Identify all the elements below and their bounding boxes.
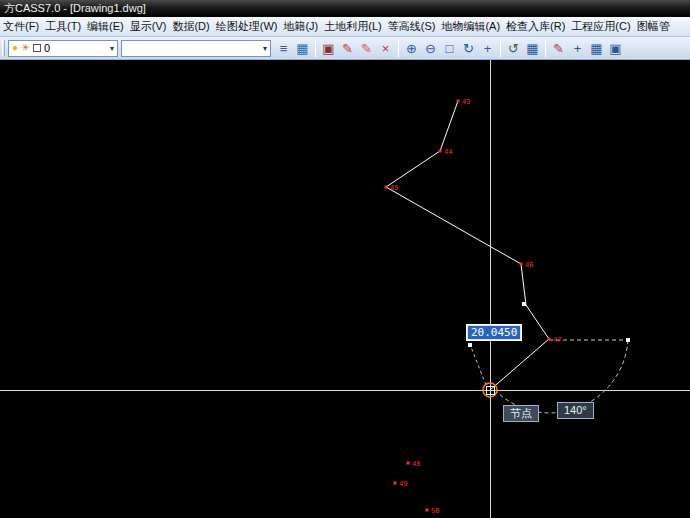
menu-item-7[interactable]: 地籍(J) [280, 17, 321, 37]
menu-item-12[interactable]: 工程应用(C) [568, 17, 633, 37]
dynamic-input-angle: 140° [557, 402, 594, 419]
point-label: 46 [525, 261, 533, 269]
toolbar-grip[interactable] [2, 40, 5, 56]
toolbar-separator [315, 40, 316, 57]
regen-icon[interactable]: ↺ [504, 39, 523, 58]
dynamic-input-distance[interactable]: 20.0450 [466, 324, 522, 341]
layer-combo-arrow-icon[interactable]: ▾ [110, 44, 114, 53]
survey-point[interactable] [426, 509, 429, 512]
measure-icon[interactable]: ▣ [606, 39, 625, 58]
coordinate-grid-icon[interactable]: ≡ [274, 39, 293, 58]
toolbar-separator [500, 40, 501, 57]
point-label: 43 [462, 98, 470, 106]
menu-item-4[interactable]: 显示(V) [127, 17, 170, 37]
layer-color-swatch [33, 44, 41, 52]
style-combo-arrow-icon[interactable]: ▾ [263, 44, 267, 53]
line-draw-icon[interactable]: ✎ [357, 39, 376, 58]
pan-icon[interactable]: + [478, 39, 497, 58]
edit-pencil-icon[interactable]: ✎ [549, 39, 568, 58]
grid-sheet-icon[interactable]: ▦ [587, 39, 606, 58]
zoom-window-icon[interactable]: □ [440, 39, 459, 58]
survey-point[interactable] [394, 482, 397, 485]
menu-item-11[interactable]: 检查入库(R) [503, 17, 568, 37]
point-label: 44 [444, 148, 452, 156]
cad-viewport[interactable]: 4344454647484950 [0, 60, 690, 518]
distance-leader-line [471, 347, 486, 385]
title-bar[interactable]: 方CASS7.0 - [Drawing1.dwg] [0, 0, 690, 17]
zoom-in-icon[interactable]: ⊕ [402, 39, 421, 58]
erase-icon[interactable]: × [376, 39, 395, 58]
dynamic-input-distance-value: 20.0450 [468, 326, 520, 339]
toolbar-separator [398, 40, 399, 57]
osnap-tooltip: 节点 [503, 405, 539, 422]
menu-item-1[interactable]: 文件(F) [0, 17, 42, 37]
layer-freeze-icon[interactable]: ☀ [21, 43, 30, 53]
menu-item-13[interactable]: 图幅管 [634, 17, 673, 37]
survey-point[interactable] [439, 150, 442, 153]
toolbar-separator [545, 40, 546, 57]
zoom-out-icon[interactable]: ⊖ [421, 39, 440, 58]
menu-item-6[interactable]: 绘图处理(W) [213, 17, 281, 37]
map-view-icon[interactable]: ▦ [293, 39, 312, 58]
move-cross-icon[interactable]: + [568, 39, 587, 58]
menu-bar: 文件(F)工具(T)编辑(E)显示(V)数据(D)绘图处理(W)地籍(J)土地利… [0, 17, 690, 37]
menu-item-9[interactable]: 等高线(S) [385, 17, 439, 37]
application-window: 方CASS7.0 - [Drawing1.dwg] 文件(F)工具(T)编辑(E… [0, 0, 690, 518]
menu-item-3[interactable]: 编辑(E) [84, 17, 127, 37]
point-label: 47 [553, 336, 561, 344]
grip-point[interactable] [468, 343, 472, 347]
survey-point[interactable] [457, 100, 460, 103]
point-label: 49 [399, 480, 407, 488]
symbol-draw-icon[interactable]: ✎ [338, 39, 357, 58]
window-title: 方CASS7.0 - [Drawing1.dwg] [4, 2, 146, 14]
grip-point[interactable] [626, 338, 630, 342]
layer-on-icon[interactable]: ● [12, 43, 18, 53]
toolbar: ● ☀ 0 ▾ ▾ ≡▦▣✎✎×⊕⊖□↻+↺▦✎+▦▣ [0, 37, 690, 60]
survey-point[interactable] [548, 338, 551, 341]
menu-item-2[interactable]: 工具(T) [42, 17, 84, 37]
survey-point[interactable] [385, 186, 388, 189]
menu-item-5[interactable]: 数据(D) [169, 17, 212, 37]
survey-point[interactable] [407, 462, 410, 465]
style-combo[interactable]: ▾ [121, 40, 271, 57]
save-plot-icon[interactable]: ▣ [319, 39, 338, 58]
grip-point[interactable] [522, 302, 526, 306]
toolbar-buttons: ≡▦▣✎✎×⊕⊖□↻+↺▦✎+▦▣ [274, 39, 625, 58]
layer-combo[interactable]: ● ☀ 0 ▾ [8, 40, 118, 57]
point-label: 50 [431, 507, 439, 515]
layer-name: 0 [44, 42, 50, 54]
point-label: 45 [390, 184, 398, 192]
zoom-extents-icon[interactable]: ↻ [459, 39, 478, 58]
rubber-band-segment [490, 339, 549, 390]
drawing-canvas[interactable]: 4344454647484950 20.0450 节点 140° [0, 60, 690, 518]
point-table-icon[interactable]: ▦ [523, 39, 542, 58]
point-label: 48 [412, 460, 420, 468]
survey-point[interactable] [520, 263, 523, 266]
menu-item-10[interactable]: 地物编辑(A) [438, 17, 503, 37]
menu-item-8[interactable]: 土地利用(L) [321, 17, 384, 37]
